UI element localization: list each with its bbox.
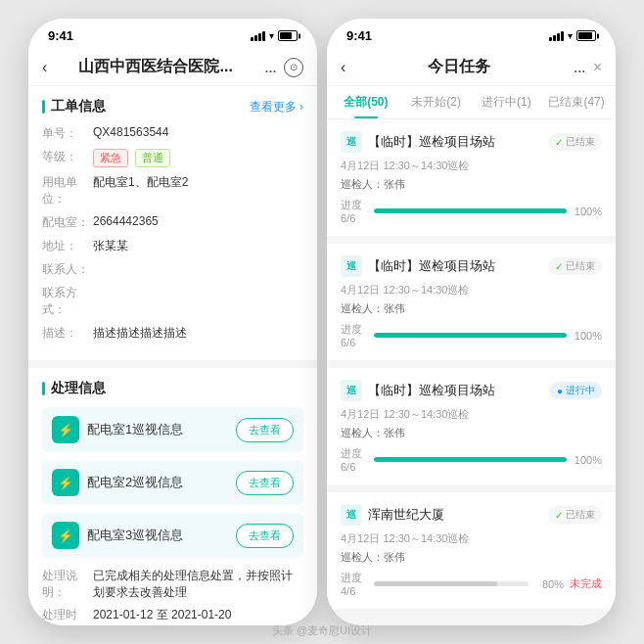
phone-row: 联系方式： [42,285,303,318]
task-inspector-1: 巡检人：张伟 [341,177,602,192]
process-desc-label: 处理说明： [42,568,93,601]
battery-icon [278,30,298,41]
order-no-label: 单号： [42,125,93,142]
phones-container: 9:41 ▾ ‹ 山西中西医结合医院... ... ⊙ [19,9,625,635]
work-order-header: 工单信息 查看更多 › [42,98,303,115]
process-title: 处理信息 [51,380,106,397]
nav-title-left: 山西中西医结合医院... [47,57,264,77]
task-status-1: ✓ 已结束 [548,133,602,151]
nav-bar-left: ‹ 山西中西医结合医院... ... ⊙ [28,49,317,86]
task-time-4: 4月12日 12:30～14:30巡检 [341,531,602,546]
patrol-btn-1[interactable]: 去查看 [236,418,294,442]
contact-row: 联系人： [42,261,303,278]
level-value: 紧急 普通 [93,149,303,167]
patrol-icon-3: ⚡ [52,522,79,549]
order-no-value: QX481563544 [93,125,303,139]
tab-ended[interactable]: 已结束(47) [541,86,612,118]
tab-not-started[interactable]: 未开始(2) [401,86,472,118]
status-bar-right: 9:41 ▾ [327,19,616,49]
more-button-left[interactable]: ... [264,57,276,77]
progress-bar-2 [374,333,567,338]
task-status-4: ✓ 已结束 [548,506,602,524]
tag-normal: 普通 [135,149,170,167]
patrol-name-2: 配电室2巡视信息 [87,474,183,491]
process-header: 处理信息 [42,380,303,397]
desc-value: 描述描述描述描述 [93,325,303,342]
level-row: 等级： 紧急 普通 [42,149,303,167]
patrol-name-3: 配电室3巡视信息 [87,527,183,544]
task-card-3: 巡 【临时】巡检项目场站 ● 进行中 4月12日 12:30～14:30巡检 巡… [327,368,616,484]
process-desc-value: 已完成相关的处理信息处置，并按照计划要求去改善处理 [93,568,303,601]
task-time-3: 4月12日 12:30～14:30巡检 [341,407,602,422]
status-time-left: 9:41 [48,28,73,43]
progress-bar-3 [374,457,567,462]
work-order-section: 工单信息 查看更多 › 单号： QX481563544 等级： 紧急 普通 [28,86,317,360]
task-name-4: 浑南世纪大厦 [368,506,542,524]
progress-pct-2: 100% [573,330,602,342]
order-no-row: 单号： QX481563544 [42,125,303,142]
status-time-right: 9:41 [346,28,372,43]
work-order-title: 工单信息 [51,98,106,115]
signal-icon [251,30,265,41]
patrol-icon-2: ⚡ [52,469,79,496]
incomplete-label-4: 未完成 [570,576,602,591]
left-phone-content: 工单信息 查看更多 › 单号： QX481563544 等级： 紧急 普通 [28,86,317,625]
task-type-badge-4: 巡 [341,504,362,526]
substation-value: 2664442365 [93,214,303,228]
progress-label-1: 进度 6/6 [341,198,368,224]
task-time-1: 4月12日 12:30～14:30巡检 [341,159,602,173]
desc-row: 描述： 描述描述描述描述 [42,325,303,342]
level-label: 等级： [42,149,93,165]
progress-row-1: 进度 6/6 100% [341,198,602,224]
nav-actions-right: ... × [574,57,602,77]
task-inspector-2: 巡检人：张伟 [341,301,602,316]
task-status-2: ✓ 已结束 [548,257,602,275]
progress-pct-1: 100% [573,206,602,217]
progress-label-4: 进度 4/6 [341,571,368,597]
tag-urgent: 紧急 [93,149,128,167]
close-button-right[interactable]: × [593,59,602,76]
address-value: 张某某 [93,238,303,254]
task-type-badge-3: 巡 [341,380,362,401]
progress-label-2: 进度 6/6 [341,322,368,348]
task-card-4: 巡 浑南世纪大厦 ✓ 已结束 4月12日 12:30～14:30巡检 巡检人：张… [327,492,616,609]
patrol-name-1: 配电室1巡视信息 [87,421,183,438]
nav-actions-left: ... ⊙ [264,57,303,77]
desc-label: 描述： [42,325,93,342]
task-status-3: ● 进行中 [550,382,602,399]
patrol-icon-1: ⚡ [52,416,79,443]
section-bar-2 [42,382,45,395]
process-time-value: 2021-01-12 至 2021-01-20 [93,607,231,623]
more-button-right[interactable]: ... [574,57,585,77]
patrol-item-2: ⚡ 配电室2巡视信息 去查看 [42,460,303,505]
company-label: 用电单位： [42,174,93,207]
tabs-bar: 全部(50) 未开始(2) 进行中(1) 已结束(47) [327,86,616,119]
patrol-btn-3[interactable]: 去查看 [236,524,294,548]
status-bar-left: 9:41 ▾ [28,19,317,49]
task-inspector-4: 巡检人：张伟 [341,550,602,565]
wifi-icon-right: ▾ [568,30,573,41]
contact-label: 联系人： [42,261,93,278]
task-type-badge-2: 巡 [341,255,362,277]
location-button-left[interactable]: ⊙ [284,58,303,77]
task-inspector-3: 巡检人：张伟 [341,426,602,440]
tab-in-progress[interactable]: 进行中(1) [472,86,542,118]
phone-label: 联系方式： [42,285,93,318]
address-row: 地址： 张某某 [42,238,303,254]
battery-icon-right [576,30,596,41]
signal-icon-right [549,30,564,41]
right-phone: 9:41 ▾ ‹ 今日任务 ... × [327,19,616,625]
patrol-item-1: ⚡ 配电室1巡视信息 去查看 [42,407,303,452]
company-row: 用电单位： 配电室1、配电室2 [42,174,303,207]
process-time-row: 处理时间： 2021-01-12 至 2021-01-20 [42,607,303,625]
progress-bar-4 [374,581,529,586]
task-time-2: 4月12日 12:30～14:30巡检 [341,283,602,298]
patrol-btn-2[interactable]: 去查看 [236,471,294,495]
task-card-2: 巡 【临时】巡检项目场站 ✓ 已结束 4月12日 12:30～14:30巡检 巡… [327,244,616,360]
wifi-icon: ▾ [269,30,274,41]
more-link[interactable]: 查看更多 › [250,99,303,115]
task-type-badge-1: 巡 [341,131,362,153]
task-name-1: 【临时】巡检项目场站 [368,133,542,151]
progress-pct-4: 80% [534,578,564,590]
tab-all[interactable]: 全部(50) [331,86,401,118]
